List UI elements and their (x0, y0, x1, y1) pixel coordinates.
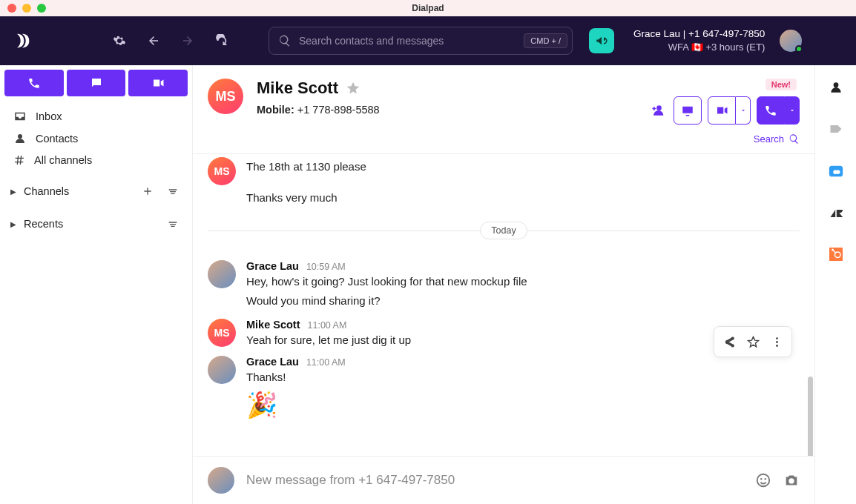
message-sender: Mike Scott (246, 319, 300, 331)
svg-point-2 (776, 345, 778, 347)
section-label: Recents (24, 218, 157, 230)
app-header: CMD + / Grace Lau | +1 647-497-7850 WFA … (0, 16, 856, 65)
star-icon (747, 336, 760, 348)
nav-label: All channels (34, 154, 92, 166)
current-user-block[interactable]: Grace Lau | +1 647-497-7850 WFA 🇨🇦 +3 ho… (633, 27, 765, 54)
composer-input[interactable] (246, 473, 743, 488)
video-call-split-button[interactable] (708, 96, 751, 125)
chevron-down-icon (740, 107, 747, 114)
star-message-button[interactable] (741, 330, 765, 354)
screen-share-icon (681, 104, 694, 117)
message-list[interactable]: MS The 18th at 1130 please Thanks very m… (193, 154, 814, 456)
current-user-avatar[interactable] (780, 30, 802, 52)
emoji-picker-button[interactable] (755, 472, 771, 488)
new-badge: New! (766, 79, 797, 90)
contact-name: Mike Scott (257, 79, 338, 98)
app-logo-icon[interactable] (12, 30, 33, 51)
message-avatar[interactable]: MS (208, 319, 236, 347)
recents-settings-button[interactable] (164, 215, 182, 233)
svg-point-1 (776, 341, 778, 343)
phone-icon (27, 76, 41, 90)
nav-label: Contacts (36, 133, 78, 145)
voice-call-split-button[interactable] (757, 96, 800, 125)
message-reaction[interactable]: 🎉 (193, 385, 814, 424)
share-message-button[interactable] (717, 330, 741, 354)
rail-integration-zendesk[interactable] (829, 206, 843, 221)
message-sender: Grace Lau (246, 260, 299, 272)
nav-back-button[interactable] (139, 27, 168, 55)
rail-profile[interactable] (829, 80, 843, 95)
voice-call-button[interactable] (757, 96, 785, 125)
nav-contacts[interactable]: Contacts (6, 127, 186, 150)
message-time: 10:59 AM (306, 262, 346, 272)
tag-icon (829, 122, 843, 136)
chevron-right-icon: ▶ (10, 220, 16, 228)
message-text: Thanks! (246, 371, 800, 383)
phone-number: +1 778-898-5588 (297, 104, 380, 116)
new-call-button[interactable] (4, 70, 64, 96)
window-title: Dialpad (0, 3, 856, 13)
phone-icon (764, 104, 777, 117)
contact-avatar[interactable]: MS (208, 79, 243, 114)
message-icon (90, 76, 103, 90)
section-channels[interactable]: ▶ Channels (0, 175, 192, 208)
nav-all-channels[interactable]: All channels (6, 150, 186, 170)
favorite-button[interactable] (346, 81, 360, 96)
section-label: Channels (24, 185, 131, 197)
refresh-button[interactable] (208, 27, 236, 55)
message-time: 11:00 AM (306, 357, 346, 368)
global-search[interactable]: CMD + / (269, 27, 573, 55)
add-contact-button[interactable] (647, 100, 668, 121)
megaphone-icon (595, 34, 608, 47)
emoji-icon (755, 472, 771, 488)
message-composer (193, 456, 814, 504)
rail-integration-salesforce[interactable] (828, 163, 844, 179)
nav-inbox[interactable]: Inbox (6, 105, 186, 127)
new-message-button[interactable] (67, 70, 126, 96)
voice-call-dropdown[interactable] (785, 96, 800, 125)
message-avatar[interactable] (208, 260, 236, 288)
message-text: Hey, how's it going? Just looking for th… (246, 275, 800, 288)
channel-settings-button[interactable] (164, 182, 182, 200)
settings-button[interactable] (105, 27, 134, 55)
right-rail (814, 65, 856, 504)
date-divider: Today (208, 222, 800, 239)
camera-icon (783, 472, 800, 488)
current-user-name: Grace Lau (633, 28, 680, 39)
global-search-input[interactable] (299, 35, 516, 47)
svg-point-4 (760, 478, 762, 480)
message-avatar[interactable]: MS (208, 157, 236, 185)
share-screen-button[interactable] (674, 96, 702, 125)
video-call-button[interactable] (708, 96, 736, 125)
section-recents[interactable]: ▶ Recents (0, 208, 192, 240)
person-add-icon (650, 103, 665, 118)
svg-point-10 (832, 249, 834, 251)
left-sidebar: Inbox Contacts All channels ▶ Channels ▶ (0, 65, 193, 504)
announcement-button[interactable] (589, 28, 614, 53)
filter-icon (167, 185, 179, 197)
filter-icon (167, 218, 179, 230)
new-meeting-button[interactable] (128, 70, 188, 96)
attach-image-button[interactable] (783, 472, 800, 488)
rail-tag[interactable] (829, 122, 843, 136)
contact-header: MS Mike Scott Mobile: +1 778-898-5588 Ne… (193, 65, 814, 154)
message-time: 11:00 AM (308, 320, 347, 331)
video-call-dropdown[interactable] (736, 96, 751, 125)
hash-icon (13, 154, 25, 166)
add-channel-button[interactable] (139, 182, 157, 200)
more-message-button[interactable] (765, 330, 788, 354)
message-row: MS The 18th at 1130 please (193, 154, 814, 187)
svg-point-0 (776, 337, 778, 339)
scrollbar-thumb[interactable] (808, 377, 813, 456)
message-text: Would you mind sharing it? (193, 290, 814, 311)
conversation-search-button[interactable]: Search (754, 133, 800, 145)
video-icon (715, 104, 728, 117)
current-user-phone: +1 647-497-7850 (688, 28, 765, 39)
rail-integration-hubspot[interactable] (829, 248, 843, 261)
inbox-icon (13, 110, 27, 123)
svg-point-3 (757, 474, 770, 487)
message-text: The 18th at 1130 please (246, 160, 800, 173)
message-avatar[interactable] (208, 356, 236, 384)
hubspot-icon (829, 248, 843, 261)
cloud-icon (828, 163, 844, 179)
